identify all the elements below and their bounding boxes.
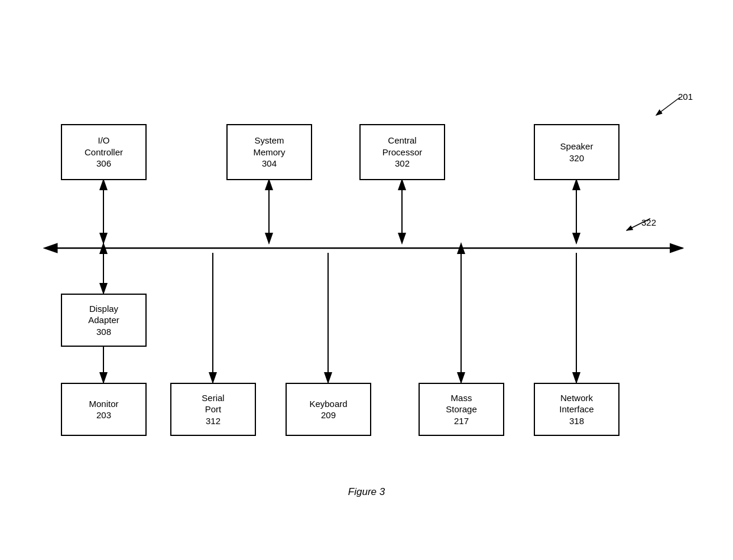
serial-port-box: SerialPort312 bbox=[170, 383, 256, 436]
arrows-svg bbox=[0, 0, 733, 560]
io-controller-box: I/OController306 bbox=[61, 124, 147, 180]
system-memory-box: SystemMemory304 bbox=[226, 124, 312, 180]
ref-201-arrow bbox=[644, 89, 692, 124]
monitor-box: Monitor203 bbox=[61, 383, 147, 436]
ref-322-arrow bbox=[621, 213, 662, 242]
svg-line-16 bbox=[656, 97, 680, 115]
diagram-container: I/OController306 SystemMemory304 Central… bbox=[0, 0, 733, 560]
keyboard-box: Keyboard209 bbox=[286, 383, 371, 436]
network-interface-box: NetworkInterface318 bbox=[534, 383, 620, 436]
mass-storage-label: MassStorage217 bbox=[446, 392, 477, 427]
network-interface-label: NetworkInterface318 bbox=[559, 392, 593, 427]
display-adapter-box: DisplayAdapter308 bbox=[61, 294, 147, 347]
central-processor-box: CentralProcessor302 bbox=[359, 124, 445, 180]
keyboard-label: Keyboard209 bbox=[309, 398, 347, 421]
monitor-label: Monitor203 bbox=[89, 398, 118, 421]
speaker-label: Speaker320 bbox=[560, 141, 593, 164]
serial-port-label: SerialPort312 bbox=[202, 392, 224, 427]
io-controller-label: I/OController306 bbox=[85, 135, 123, 170]
display-adapter-label: DisplayAdapter308 bbox=[88, 303, 119, 338]
speaker-box: Speaker320 bbox=[534, 124, 620, 180]
svg-line-18 bbox=[627, 219, 650, 230]
mass-storage-box: MassStorage217 bbox=[419, 383, 504, 436]
central-processor-label: CentralProcessor302 bbox=[382, 135, 423, 170]
figure-caption: Figure 3 bbox=[0, 486, 733, 498]
system-memory-label: SystemMemory304 bbox=[253, 135, 285, 170]
